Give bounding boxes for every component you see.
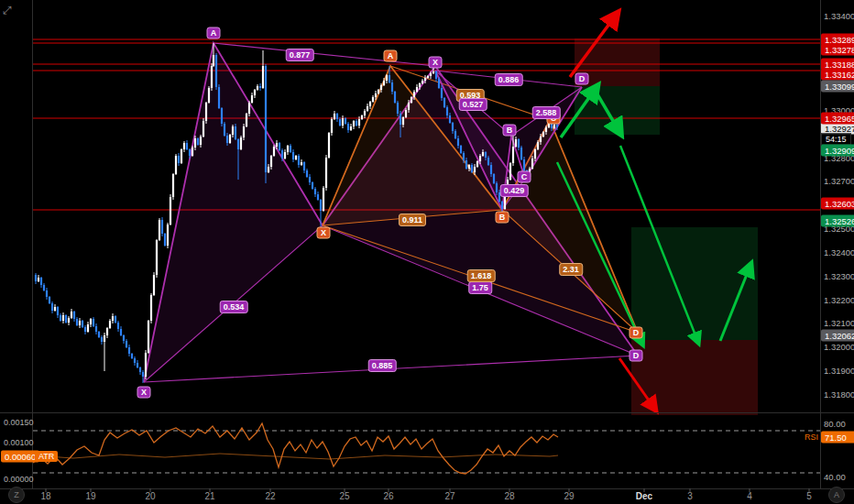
candle-body	[424, 78, 426, 81]
candle-body	[482, 152, 484, 156]
candle-body	[237, 139, 239, 149]
candle-body	[367, 106, 368, 111]
candle-body	[361, 115, 363, 119]
candle-body	[172, 174, 174, 197]
candle-body	[273, 147, 275, 156]
candle-body	[115, 316, 116, 323]
pattern-point-d[interactable]: D	[630, 350, 643, 362]
candle-body	[35, 275, 37, 281]
auto-scale-button[interactable]: A	[828, 487, 845, 503]
fib-ratio-label[interactable]: 0.534	[220, 301, 248, 313]
timezone-button[interactable]: Z	[8, 487, 25, 503]
candle-body	[443, 98, 445, 107]
fib-ratio-label[interactable]: 1.618	[467, 269, 496, 282]
candle-body	[537, 142, 539, 149]
pattern-point-b[interactable]: B	[496, 212, 509, 224]
candle-body	[523, 159, 525, 170]
pattern-point-x[interactable]: X	[317, 227, 331, 239]
candle-body	[235, 126, 236, 139]
candle-body	[153, 275, 155, 295]
candle-body	[93, 319, 94, 326]
candle-body	[320, 200, 322, 211]
candle-body	[120, 329, 122, 335]
fib-ratio-label[interactable]: 0.429	[500, 184, 529, 197]
candle-body	[192, 148, 193, 156]
candle-body	[276, 143, 278, 147]
candle-body	[353, 121, 355, 126]
candle-body	[378, 90, 379, 93]
candle-body	[509, 163, 511, 180]
candle-body	[68, 318, 70, 323]
pane-resize-icon[interactable]: ⤢	[3, 4, 12, 16]
candle-body	[463, 153, 465, 160]
candle-body	[194, 138, 196, 148]
candle-body	[411, 97, 412, 103]
pattern-point-x[interactable]: X	[137, 387, 151, 399]
candle-body	[251, 95, 253, 103]
candle-body	[248, 103, 250, 114]
fib-ratio-label[interactable]: 2.588	[532, 106, 561, 119]
candle-body	[454, 131, 456, 138]
fib-ratio-label[interactable]: 0.911	[399, 214, 426, 226]
candle-body	[301, 162, 302, 165]
purple-large-xabcd-ratio-line[interactable]	[214, 43, 435, 66]
candle-body	[386, 75, 388, 81]
candle-body	[556, 125, 558, 127]
candle-body	[446, 107, 448, 115]
candle-body	[292, 152, 294, 159]
candle-body	[416, 87, 418, 92]
pattern-point-b[interactable]: B	[503, 125, 517, 137]
pattern-point-c[interactable]: C	[518, 171, 531, 183]
candle-body	[246, 114, 247, 126]
fib-ratio-label[interactable]: 2.31	[559, 263, 583, 276]
fib-ratio-label[interactable]: 0.877	[286, 49, 314, 61]
candle-body	[306, 170, 308, 177]
candle-body	[104, 335, 105, 342]
candle-body	[90, 319, 92, 324]
atr-label-badge[interactable]: ATR	[35, 451, 58, 462]
candle-body	[323, 188, 324, 211]
candle-body	[400, 114, 401, 125]
pattern-point-d[interactable]: D	[630, 327, 643, 339]
candle-body	[208, 88, 210, 103]
candle-body	[98, 332, 100, 337]
candle-body	[496, 183, 498, 192]
candle-body	[49, 297, 50, 303]
candle-body	[84, 327, 86, 332]
fib-ratio-label[interactable]: 0.885	[368, 359, 397, 372]
candle-body	[186, 143, 188, 149]
candle-body	[38, 278, 39, 281]
candle-body	[397, 103, 399, 114]
candle-body	[148, 321, 149, 353]
candle-body	[518, 139, 520, 148]
candle-body	[117, 323, 119, 329]
candle-body	[203, 121, 204, 137]
lower-target-zone[interactable]	[631, 227, 758, 340]
candle-body	[82, 321, 83, 327]
candle-body	[145, 353, 147, 377]
chart-canvas[interactable]	[0, 0, 854, 504]
fib-ratio-label[interactable]: 1.75	[468, 281, 492, 294]
pattern-point-x[interactable]: X	[429, 57, 443, 69]
candle-body	[40, 278, 42, 285]
fib-ratio-label[interactable]: 0.527	[459, 98, 487, 111]
pattern-point-a[interactable]: A	[384, 50, 398, 62]
candle-body	[109, 321, 111, 328]
candle-body	[279, 143, 280, 150]
candle-body	[62, 315, 64, 321]
pattern-point-a[interactable]: A	[207, 27, 221, 39]
candle-body	[375, 93, 377, 97]
candle-body	[73, 312, 75, 319]
candle-body	[449, 115, 451, 123]
candle-body	[501, 202, 503, 209]
candle-body	[54, 307, 56, 311]
candle-body	[394, 92, 396, 103]
candle-body	[101, 337, 103, 342]
candle-body	[189, 149, 191, 156]
fib-ratio-label[interactable]: 0.886	[495, 73, 523, 86]
candle-body	[87, 324, 89, 332]
pattern-point-d[interactable]: D	[575, 73, 589, 85]
candle-body	[197, 138, 199, 145]
candle-body	[534, 149, 536, 159]
rsi-label[interactable]: RSI	[805, 433, 818, 442]
